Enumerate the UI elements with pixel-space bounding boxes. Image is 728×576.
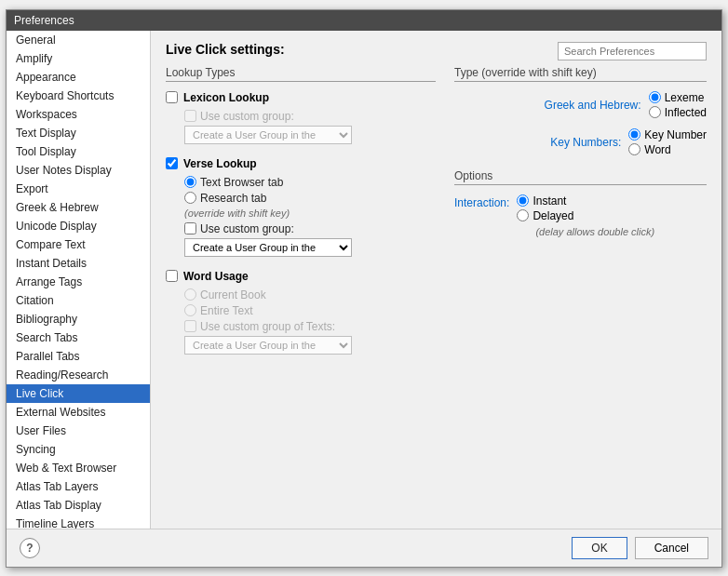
word-user-group-dropdown[interactable]: Create a User Group in the [184, 336, 352, 355]
text-browser-tab-label: Text Browser tab [200, 176, 283, 189]
sidebar-item-general[interactable]: General [7, 31, 150, 49]
verse-dropdown-row: Create a User Group in the [184, 238, 436, 257]
preferences-dialog: Preferences GeneralAmplifyAppearanceKeyb… [6, 9, 722, 568]
help-button[interactable]: ? [20, 538, 40, 558]
word-label: Word [644, 143, 670, 156]
greek-hebrew-group: Greek and Hebrew: Lexeme Inflected [454, 91, 707, 119]
current-book-label: Current Book [200, 288, 266, 301]
cancel-button[interactable]: Cancel [635, 537, 708, 559]
key-number-label: Key Number [644, 128, 707, 141]
interaction-label: Interaction: [454, 194, 509, 209]
sidebar-item-text-display[interactable]: Text Display [7, 124, 150, 142]
override-note: (override with shift key) [184, 208, 436, 219]
sidebar-item-user-notes-display[interactable]: User Notes Display [7, 161, 150, 180]
word-usage-label: Word Usage [183, 270, 249, 283]
text-browser-radio[interactable] [184, 176, 196, 188]
delay-note: (delay allows double click) [535, 226, 654, 237]
word-radio[interactable] [628, 143, 640, 155]
verse-use-custom-checkbox[interactable] [184, 222, 196, 234]
interaction-options: Instant Delayed (delay allows double cli… [517, 194, 654, 237]
sidebar: GeneralAmplifyAppearanceKeyboard Shortcu… [7, 31, 151, 529]
lexicon-lookup-group: Lexicon Lookup Use custom group: Create … [166, 91, 436, 144]
greek-hebrew-row: Greek and Hebrew: Lexeme Inflected [454, 91, 707, 119]
options-header: Options [454, 169, 707, 185]
word-use-custom-option: Use custom group of Texts: [184, 320, 436, 333]
sidebar-item-arrange-tags[interactable]: Arrange Tags [7, 273, 150, 291]
inflected-radio[interactable] [649, 106, 661, 118]
research-tab-label: Research tab [200, 192, 266, 205]
sidebar-item-atlas-tab-display[interactable]: Atlas Tab Display [7, 496, 150, 515]
dialog-title: Preferences [14, 14, 74, 27]
entire-text-label: Entire Text [200, 304, 252, 317]
title-bar: Preferences [7, 10, 721, 31]
sidebar-item-live-click[interactable]: Live Click [7, 384, 150, 403]
lexicon-use-custom-group-option: Use custom group: [184, 110, 436, 123]
verse-lookup-checkbox[interactable] [166, 157, 178, 169]
sidebar-item-export[interactable]: Export [7, 180, 150, 198]
entire-text-radio[interactable] [184, 304, 196, 316]
lexicon-use-custom-checkbox[interactable] [184, 110, 196, 122]
key-numbers-options: Key Number Word [628, 128, 707, 156]
sidebar-item-keyboard-shortcuts[interactable]: Keyboard Shortcuts [7, 87, 150, 105]
word-option: Word [628, 143, 707, 156]
current-book-radio[interactable] [184, 288, 196, 301]
sidebar-item-reading-research[interactable]: Reading/Research [7, 366, 150, 384]
lexicon-lookup-label: Lexicon Lookup [183, 91, 269, 104]
sidebar-item-amplify[interactable]: Amplify [7, 49, 150, 68]
sidebar-item-search-tabs[interactable]: Search Tabs [7, 328, 150, 347]
footer-buttons: OK Cancel [572, 537, 708, 559]
key-numbers-row: Key Numbers: Key Number Word [454, 128, 707, 156]
lexicon-user-group-dropdown[interactable]: Create a User Group in the [184, 126, 352, 144]
sidebar-item-external-websites[interactable]: External Websites [7, 403, 150, 422]
research-tab-option: Research tab [184, 192, 436, 205]
verse-user-group-dropdown[interactable]: Create a User Group in the [184, 238, 352, 257]
word-dropdown-row: Create a User Group in the [184, 336, 436, 355]
greek-hebrew-options: Lexeme Inflected [649, 91, 707, 119]
two-column-layout: Lookup Types Lexicon Lookup Use custom g… [166, 66, 707, 368]
current-book-option: Current Book [184, 288, 436, 301]
lexeme-radio[interactable] [649, 91, 661, 103]
word-use-custom-checkbox[interactable] [184, 320, 196, 332]
sidebar-item-unicode-display[interactable]: Unicode Display [7, 217, 150, 235]
delayed-radio[interactable] [517, 209, 529, 221]
left-column: Lookup Types Lexicon Lookup Use custom g… [166, 66, 436, 368]
key-number-option: Key Number [628, 128, 707, 141]
sidebar-item-bibliography[interactable]: Bibliography [7, 310, 150, 328]
lookup-types-header: Lookup Types [166, 66, 436, 82]
verse-lookup-group: Verse Lookup Text Browser tab Research t… [166, 157, 436, 257]
sidebar-item-web---text-browser[interactable]: Web & Text Browser [7, 459, 150, 477]
sidebar-item-timeline-layers[interactable]: Timeline Layers [7, 515, 150, 529]
sidebar-item-user-files[interactable]: User Files [7, 422, 150, 440]
word-usage-checkbox[interactable] [166, 270, 178, 282]
search-box-container [558, 42, 707, 60]
sidebar-item-appearance[interactable]: Appearance [7, 68, 150, 87]
sidebar-item-citation[interactable]: Citation [7, 291, 150, 310]
inflected-label: Inflected [665, 106, 707, 119]
ok-button[interactable]: OK [572, 537, 627, 559]
sidebar-item-parallel-tabs[interactable]: Parallel Tabs [7, 347, 150, 366]
type-section: Type (override with shift key) Greek and… [454, 66, 707, 156]
inflected-option: Inflected [649, 106, 707, 119]
lexicon-lookup-checkbox[interactable] [166, 91, 178, 103]
dialog-footer: ? OK Cancel [7, 529, 721, 567]
word-use-custom-label: Use custom group of Texts: [200, 320, 335, 333]
research-tab-radio[interactable] [184, 192, 196, 204]
sidebar-item-compare-text[interactable]: Compare Text [7, 235, 150, 254]
sidebar-item-atlas-tab-layers[interactable]: Atlas Tab Layers [7, 477, 150, 496]
sidebar-item-instant-details[interactable]: Instant Details [7, 254, 150, 273]
sidebar-item-workspaces[interactable]: Workspaces [7, 105, 150, 124]
key-numbers-label: Key Numbers: [550, 136, 621, 149]
sidebar-item-greek---hebrew[interactable]: Greek & Hebrew [7, 198, 150, 217]
right-column: Type (override with shift key) Greek and… [454, 66, 707, 368]
instant-radio[interactable] [517, 194, 529, 207]
sidebar-item-syncing[interactable]: Syncing [7, 440, 150, 459]
sidebar-item-tool-display[interactable]: Tool Display [7, 142, 150, 161]
lexeme-option: Lexeme [649, 91, 707, 104]
search-preferences-input[interactable] [558, 42, 707, 60]
word-usage-group: Word Usage Current Book Entire Text [166, 270, 436, 355]
type-section-header: Type (override with shift key) [454, 66, 707, 82]
main-content: Live Click settings: Lookup Types Lexico… [151, 31, 721, 529]
lexicon-use-custom-label: Use custom group: [200, 110, 294, 123]
key-number-radio[interactable] [628, 128, 640, 141]
instant-label: Instant [533, 194, 566, 208]
